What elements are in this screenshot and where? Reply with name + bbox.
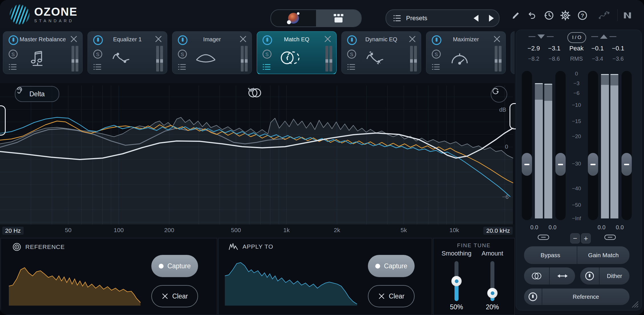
history-button[interactable] bbox=[543, 10, 555, 21]
next-preset-button[interactable] bbox=[484, 10, 499, 26]
reference-group: Reference bbox=[524, 289, 629, 305]
module-title: Master Rebalance bbox=[17, 36, 68, 43]
fader-handle[interactable] bbox=[522, 153, 532, 176]
amount-slider-handle[interactable] bbox=[487, 288, 498, 298]
apply-to-clear-button[interactable]: Clear bbox=[368, 285, 415, 307]
output-gain-fader-right[interactable] bbox=[621, 71, 632, 220]
gain-decrement-button[interactable]: − bbox=[570, 233, 580, 244]
io-badge[interactable]: I / O bbox=[567, 32, 586, 43]
spectrum-analyzer[interactable]: Delta dB 0 −6 20 Hz501002005001k2k5k10k2… bbox=[0, 83, 515, 237]
fader-handle[interactable] bbox=[588, 153, 598, 176]
reference-capture-label: Capture bbox=[168, 262, 191, 270]
module-card-dynamic-eq[interactable]: Dynamic EQ S bbox=[341, 31, 421, 74]
amount-slider[interactable] bbox=[490, 261, 494, 301]
input-channel-link-icon[interactable] bbox=[537, 233, 550, 241]
module-card-match-eq[interactable]: Match EQ S bbox=[257, 31, 337, 74]
module-preset-list-icon[interactable] bbox=[93, 63, 102, 71]
dither-group: Dither bbox=[580, 267, 629, 285]
output-channel-link-icon[interactable] bbox=[604, 233, 617, 241]
module-chain: Master Rebalance S Equalizer 1 S Imager … bbox=[3, 31, 515, 74]
module-title: Equalizer 1 bbox=[102, 36, 153, 43]
module-card-maximizer[interactable]: Maximizer S bbox=[426, 31, 506, 74]
view-toggle[interactable] bbox=[270, 9, 362, 27]
dither-label: Dither bbox=[607, 273, 622, 279]
resize-grip[interactable] bbox=[631, 301, 639, 308]
module-card-equalizer-1[interactable]: Equalizer 1 S bbox=[87, 31, 167, 74]
freq-tick-500: 500 bbox=[231, 227, 241, 234]
fader-handle[interactable] bbox=[621, 153, 632, 176]
assistant-view-button[interactable] bbox=[271, 10, 316, 26]
modules-view-button[interactable] bbox=[316, 10, 361, 26]
module-card-master-rebalance[interactable]: Master Rebalance S bbox=[3, 31, 83, 74]
module-close-icon[interactable] bbox=[408, 35, 416, 43]
reference-button[interactable]: Reference bbox=[542, 289, 629, 305]
bypass-button[interactable]: Bypass bbox=[524, 246, 577, 264]
module-preset-list-icon[interactable] bbox=[347, 63, 356, 71]
help-button[interactable]: ? bbox=[577, 10, 588, 21]
output-gain-value-right: 0.0 bbox=[616, 224, 624, 231]
input-gain-fader-right[interactable] bbox=[555, 71, 566, 220]
gain-match-button[interactable]: Gain Match bbox=[577, 246, 629, 264]
brand-name: OZONE bbox=[34, 6, 78, 17]
scale-label--30: −30 bbox=[572, 161, 581, 167]
module-close-icon[interactable] bbox=[154, 35, 162, 43]
reference-power-button[interactable] bbox=[524, 289, 542, 305]
input-gain-fader-left[interactable] bbox=[522, 71, 532, 220]
module-preset-list-icon[interactable] bbox=[262, 63, 271, 71]
module-card-imager[interactable]: Imager S bbox=[172, 31, 252, 74]
left-curve-handle[interactable] bbox=[0, 105, 6, 136]
help-icon: ? bbox=[577, 10, 588, 21]
input-gain-value-left: 0.0 bbox=[530, 224, 538, 231]
output-meter-collapse[interactable] bbox=[591, 34, 616, 39]
mono-stereo-button[interactable] bbox=[524, 267, 549, 285]
gain-increment-button[interactable]: + bbox=[581, 233, 591, 244]
reset-circular-arrow-icon bbox=[491, 87, 500, 95]
module-power-toggle[interactable] bbox=[93, 35, 103, 45]
module-close-icon[interactable] bbox=[324, 35, 332, 43]
module-preset-list-icon[interactable] bbox=[8, 63, 17, 71]
channel-swap-button[interactable] bbox=[550, 267, 575, 285]
fader-handle[interactable] bbox=[555, 153, 566, 176]
power-icon bbox=[528, 292, 538, 302]
module-meter bbox=[325, 46, 332, 71]
smoothing-slider-handle[interactable] bbox=[451, 276, 462, 286]
peak-label: Peak bbox=[569, 45, 584, 52]
output-gain-fader-left[interactable] bbox=[588, 71, 598, 220]
reference-capture-button[interactable]: Capture bbox=[151, 255, 198, 277]
presets-bar[interactable]: Presets bbox=[386, 9, 500, 27]
previous-preset-button[interactable] bbox=[468, 10, 484, 26]
reference-header: REFERENCE bbox=[12, 242, 65, 251]
settings-button[interactable] bbox=[560, 10, 571, 21]
module-preset-list-icon[interactable] bbox=[178, 63, 187, 71]
reference-clear-button[interactable]: Clear bbox=[151, 285, 198, 307]
module-power-toggle[interactable] bbox=[262, 35, 272, 45]
module-close-icon[interactable] bbox=[239, 35, 247, 43]
next-preset-icon bbox=[489, 15, 494, 22]
module-power-toggle[interactable] bbox=[8, 35, 19, 45]
peak-row-value-4: −0.1 bbox=[612, 45, 624, 52]
freq-tick-100: 100 bbox=[114, 227, 124, 234]
apply-to-title: APPLY TO bbox=[242, 243, 273, 250]
edit-button[interactable] bbox=[510, 10, 521, 21]
input-meter-bar-left bbox=[535, 83, 543, 218]
delta-button[interactable]: Delta bbox=[15, 86, 59, 102]
record-dot-icon bbox=[375, 264, 380, 269]
apply-to-capture-button[interactable]: Capture bbox=[368, 255, 415, 277]
dither-power-button[interactable] bbox=[580, 267, 599, 285]
module-meter bbox=[495, 46, 502, 71]
module-meter bbox=[241, 46, 248, 71]
gear-icon bbox=[560, 10, 571, 21]
module-power-toggle[interactable] bbox=[178, 35, 188, 45]
module-power-toggle[interactable] bbox=[347, 35, 357, 45]
assistant-view-icon bbox=[288, 13, 299, 24]
smoothing-slider[interactable] bbox=[455, 261, 458, 301]
undo-button[interactable] bbox=[526, 10, 537, 21]
input-meter-collapse[interactable] bbox=[529, 34, 554, 39]
module-power-toggle[interactable] bbox=[431, 35, 442, 45]
module-close-icon[interactable] bbox=[493, 35, 501, 43]
module-preset-list-icon[interactable] bbox=[431, 63, 441, 71]
chevron-down-icon bbox=[247, 87, 255, 93]
module-close-icon[interactable] bbox=[70, 35, 78, 43]
reset-spectrum-button[interactable] bbox=[491, 86, 507, 103]
dither-button[interactable]: Dither bbox=[600, 267, 629, 285]
